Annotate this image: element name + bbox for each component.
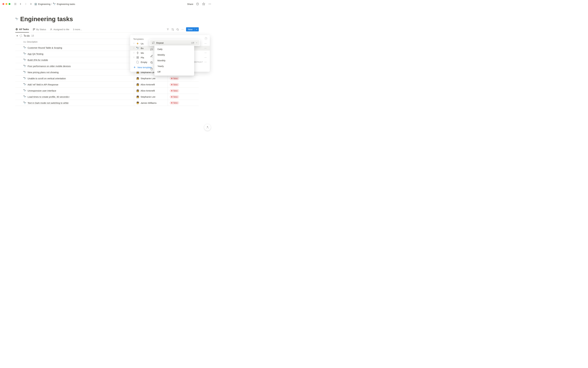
duplicate-icon[interactable] — [150, 60, 154, 65]
avatar: 👩 — [136, 83, 139, 86]
group-toggle[interactable]: ▼ — [16, 35, 18, 37]
template-more-icon[interactable] — [204, 42, 207, 45]
drag-handle-icon[interactable]: ⠿ — [133, 52, 134, 54]
new-button-dropdown[interactable] — [194, 28, 199, 31]
svg-point-9 — [210, 4, 211, 4]
svg-point-25 — [205, 43, 206, 44]
avatar: 👧 — [136, 77, 139, 80]
task-title[interactable]: Unable to scroll on vertical orientation — [27, 77, 66, 80]
view-more-icon[interactable] — [181, 28, 184, 31]
assignee-cell[interactable]: 👩Alice Antonelli — [134, 88, 168, 94]
new-button[interactable]: New — [186, 27, 199, 31]
svg-point-37 — [205, 57, 205, 58]
repeat-option[interactable]: Off — [154, 69, 194, 75]
table-row[interactable]: 🔭Add 'ref' field in API Response👩Alice A… — [15, 81, 199, 88]
task-title[interactable]: Load times to create profile, 30 seconds… — [27, 95, 70, 98]
search-icon[interactable] — [176, 28, 179, 31]
more-icon[interactable] — [208, 2, 212, 6]
star-icon[interactable] — [202, 2, 205, 6]
help-icon[interactable]: ? — [205, 37, 207, 40]
template-more-icon[interactable] — [204, 52, 207, 54]
page-title[interactable]: Engineering tasks — [20, 16, 73, 23]
template-type-icon: 🔭 — [136, 47, 139, 50]
more-views[interactable]: 3 more... — [73, 28, 82, 31]
tab-all-tasks[interactable]: All Tasks — [15, 26, 29, 33]
window-minimize[interactable] — [6, 3, 7, 5]
repeat-option[interactable]: Monthly — [154, 58, 194, 63]
window-close[interactable] — [2, 3, 4, 5]
drag-handle-icon[interactable]: ⠿ — [133, 56, 134, 59]
status-badge: New — [170, 83, 179, 86]
assignee-cell[interactable]: 👧Stephanie Lee — [134, 75, 168, 81]
status-badge: New — [170, 95, 179, 99]
tab-assigned-to-me[interactable]: Assigned to Me — [50, 26, 69, 33]
trash-icon[interactable] — [150, 67, 154, 71]
svg-rect-35 — [137, 58, 137, 59]
svg-marker-6 — [202, 3, 205, 5]
repeat-option[interactable]: Weekly — [154, 52, 194, 58]
tab-label: By Status — [36, 28, 46, 31]
assignee-name: James Williams — [141, 102, 157, 104]
template-type-icon — [136, 42, 139, 45]
clock-icon[interactable] — [196, 2, 199, 6]
back-icon[interactable] — [19, 2, 22, 6]
binoculars-icon: 🔭 — [23, 77, 26, 80]
avatar: 👧 — [136, 95, 139, 99]
topbar: 🏢 Engineering / 🔭 Engineering tasks Shar… — [0, 0, 214, 8]
new-page-icon[interactable] — [29, 2, 33, 6]
task-title[interactable]: New pricing plans not showing — [27, 71, 59, 74]
binoculars-icon: 🔭 — [23, 46, 26, 49]
window-maximize[interactable] — [9, 3, 10, 5]
ai-button[interactable] — [204, 124, 211, 131]
task-title[interactable]: Text in Dark mode not switching to white — [27, 102, 69, 104]
forward-icon[interactable] — [24, 2, 27, 6]
binoculars-icon: 🔭 — [23, 83, 26, 86]
template-more-icon[interactable] — [204, 47, 207, 49]
page-icon[interactable]: 🔭 — [15, 18, 18, 20]
svg-point-27 — [205, 48, 205, 48]
tab-by-status[interactable]: By Status — [33, 26, 46, 33]
task-title[interactable]: Poor performance on older mobile devices — [27, 65, 71, 67]
assignee-cell[interactable]: 👧Stephanie Lee — [134, 94, 168, 100]
drag-handle-icon[interactable]: ⠿ — [133, 47, 134, 49]
breadcrumb-parent[interactable]: 🏢 Engineering — [34, 3, 50, 5]
template-more-icon[interactable] — [204, 56, 207, 59]
task-title[interactable]: App QA Testing — [27, 53, 43, 55]
task-title[interactable]: Customer Round Table & Scoping — [27, 46, 62, 49]
table-row[interactable]: 🔭Unresponsive user interface👩Alice Anton… — [15, 88, 199, 94]
filter-icon[interactable] — [166, 28, 169, 31]
table-row[interactable]: 🔭Unable to scroll on vertical orientatio… — [15, 75, 199, 81]
task-title[interactable]: Build 2FA for mobile — [27, 59, 48, 61]
status-cell[interactable]: New — [168, 75, 199, 81]
repeat-menu-item[interactable]: Repeat Off — [150, 40, 199, 45]
status-badge: New — [170, 89, 179, 92]
breadcrumb-current[interactable]: 🔭 Engineering tasks — [53, 3, 75, 6]
svg-rect-13 — [34, 28, 34, 30]
tab-label: Assigned to Me — [53, 28, 69, 31]
status-cell[interactable]: New — [168, 88, 199, 94]
binoculars-icon: 🔭 — [53, 3, 56, 6]
binoculars-icon: 🔭 — [23, 95, 26, 98]
status-cell[interactable]: New — [168, 94, 199, 100]
menu-icon[interactable] — [13, 2, 17, 6]
table-row[interactable]: 🔭Load times to create profile, 30 second… — [15, 94, 199, 100]
repeat-option[interactable]: Daily — [154, 46, 194, 52]
share-button[interactable]: Share — [187, 3, 193, 5]
template-more-icon[interactable] — [204, 61, 207, 63]
edit-icon[interactable] — [150, 54, 154, 58]
avatar: 👦 — [136, 101, 139, 104]
sort-icon[interactable] — [171, 28, 174, 31]
repeat-option[interactable]: Yearly — [154, 63, 194, 69]
page-header: 🔭 Engineering tasks — [15, 16, 199, 23]
svg-rect-34 — [138, 56, 139, 57]
column-description-header[interactable]: Aa Description — [15, 41, 134, 43]
status-cell[interactable]: New — [168, 100, 199, 106]
task-title[interactable]: Unresponsive user interface — [27, 89, 56, 92]
assignee-cell[interactable]: 👩Alice Antonelli — [134, 82, 168, 88]
status-cell[interactable]: New — [168, 82, 199, 88]
flag-icon[interactable] — [150, 47, 154, 52]
table-row[interactable]: 🔭Text in Dark mode not switching to whit… — [15, 100, 199, 106]
task-title[interactable]: Add 'ref' field in API Response — [27, 83, 58, 86]
drag-handle-icon[interactable]: ⠿ — [133, 42, 134, 45]
assignee-cell[interactable]: 👦James Williams — [134, 100, 168, 106]
